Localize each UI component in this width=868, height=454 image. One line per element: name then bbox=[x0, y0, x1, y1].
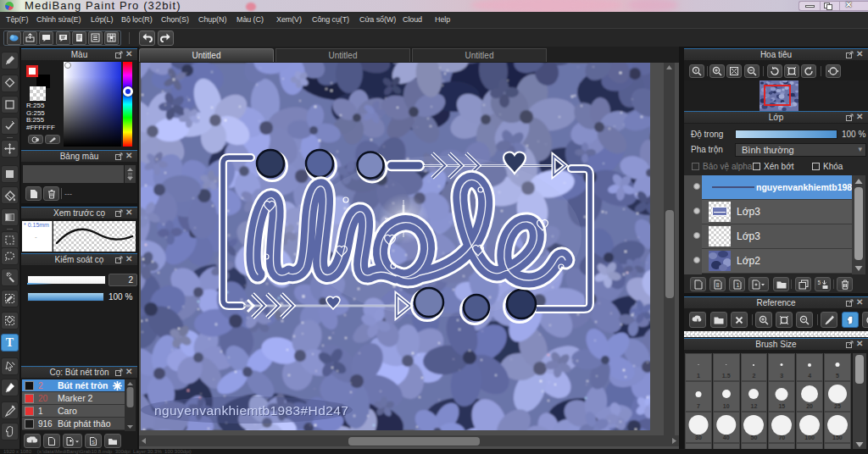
svg-text:nguyenvankhiemtb1983#Hd247: nguyenvankhiemtb1983#Hd247 bbox=[154, 403, 348, 418]
svg-text:1: 1 bbox=[736, 282, 739, 288]
svg-text:S: S bbox=[92, 440, 95, 445]
svg-text:5: 5 bbox=[817, 280, 821, 285]
svg-text:8: 8 bbox=[715, 282, 719, 288]
